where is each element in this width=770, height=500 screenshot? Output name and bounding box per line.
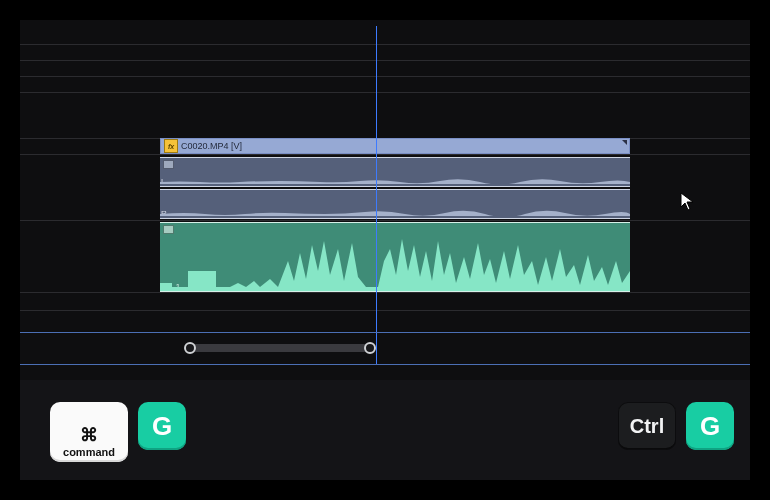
audio-clip-stereo[interactable]: L R <box>160 157 630 219</box>
zoom-scrollbar[interactable] <box>190 344 370 352</box>
waveform-left-icon <box>160 176 630 184</box>
cursor-icon <box>680 192 696 212</box>
svg-marker-0 <box>160 239 630 291</box>
waveform-mono-icon <box>160 231 630 291</box>
clip-trim-icon <box>622 140 627 145</box>
command-symbol-icon: ⌘ <box>80 426 98 444</box>
audio-clip-mono[interactable]: Ch. 1 <box>160 222 630 292</box>
zoom-handle-right[interactable] <box>364 342 376 354</box>
keycap-ctrl: Ctrl <box>618 402 676 450</box>
keyframe-toggle-icon[interactable] <box>163 160 174 169</box>
waveform-right-icon <box>160 208 630 216</box>
timeline-divider <box>20 332 750 333</box>
fx-badge-icon: fx <box>164 139 178 153</box>
zoom-handle-left[interactable] <box>184 342 196 354</box>
shortcut-overlay: ⌘ command G Ctrl G <box>20 380 750 480</box>
video-clip-label: C0020.MP4 [V] <box>181 141 242 151</box>
keycap-command-label: command <box>63 446 115 458</box>
editor-stage: fx C0020.MP4 [V] L R Ch. 1 <box>20 20 750 480</box>
keycap-command: ⌘ command <box>50 402 128 462</box>
timeline-divider <box>20 364 750 365</box>
keycap-g-win: G <box>686 402 734 450</box>
playhead[interactable] <box>376 26 377 364</box>
video-clip[interactable]: fx C0020.MP4 [V] <box>160 138 630 154</box>
keycap-g-mac: G <box>138 402 186 450</box>
